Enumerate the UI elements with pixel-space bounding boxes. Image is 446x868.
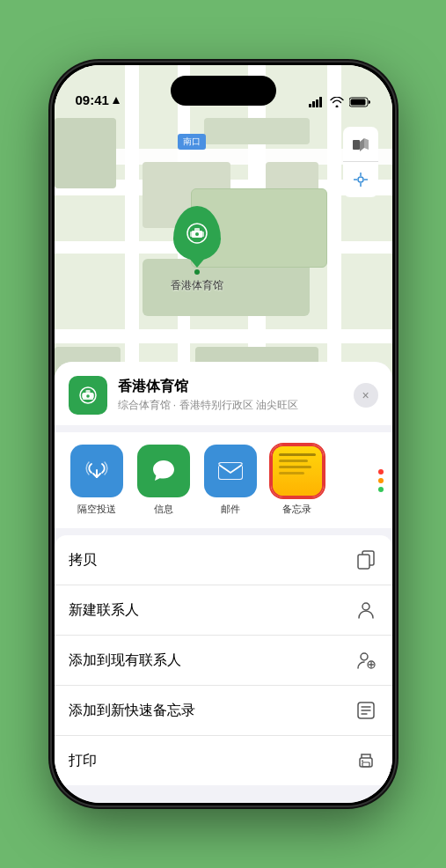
- svg-rect-26: [219, 463, 242, 479]
- share-row: 隔空投送 信息: [55, 432, 392, 528]
- svg-marker-11: [113, 97, 120, 104]
- venue-name: 香港体育馆: [118, 378, 354, 396]
- close-button[interactable]: ×: [354, 383, 378, 408]
- messages-label: 信息: [154, 503, 173, 516]
- print-icon: [354, 748, 378, 773]
- bottom-sheet: 香港体育馆 综合体育馆 · 香港特别行政区 油尖旺区 ×: [55, 362, 392, 803]
- share-more-indicator: [357, 432, 392, 528]
- share-item-mail[interactable]: 邮件: [202, 445, 259, 516]
- location-button[interactable]: [343, 162, 378, 197]
- svg-rect-14: [316, 99, 318, 107]
- venue-marker[interactable]: 香港体育馆: [171, 206, 223, 293]
- status-time: 09:41: [76, 92, 121, 107]
- svg-point-1: [358, 177, 363, 182]
- svg-rect-28: [358, 555, 369, 569]
- venue-icon: [69, 376, 107, 415]
- battery-icon: [349, 97, 371, 107]
- svg-point-37: [362, 761, 363, 762]
- action-copy[interactable]: 拷贝: [55, 535, 392, 585]
- action-print[interactable]: 打印: [55, 736, 392, 785]
- sheet-header: 香港体育馆 综合体育馆 · 香港特别行政区 油尖旺区 ×: [55, 362, 392, 425]
- svg-rect-0: [353, 140, 360, 150]
- signal-icon: [309, 97, 325, 107]
- map-type-button[interactable]: [343, 127, 378, 162]
- share-item-messages[interactable]: 信息: [135, 445, 192, 516]
- action-list: 拷贝 新建联系人: [55, 535, 392, 785]
- marker-label: 香港体育馆: [171, 278, 223, 293]
- wifi-icon: [330, 97, 344, 107]
- svg-point-29: [362, 603, 369, 610]
- svg-rect-17: [350, 99, 365, 106]
- marker-pin: [173, 206, 221, 261]
- venue-subtitle: 综合体育馆 · 香港特别行政区 油尖旺区: [118, 398, 354, 413]
- map-label: 南口: [178, 134, 206, 150]
- note-icon: [354, 698, 378, 723]
- copy-icon: [354, 548, 378, 572]
- notes-label: 备忘录: [282, 503, 311, 516]
- mail-label: 邮件: [221, 503, 240, 516]
- status-icons: [309, 97, 371, 107]
- svg-rect-13: [312, 101, 315, 107]
- venue-info: 香港体育馆 综合体育馆 · 香港特别行政区 油尖旺区: [118, 378, 354, 413]
- airdrop-label: 隔空投送: [77, 503, 116, 516]
- svg-rect-12: [309, 104, 311, 107]
- svg-point-21: [86, 394, 90, 398]
- marker-dot: [194, 269, 200, 275]
- share-item-notes[interactable]: 备忘录: [269, 445, 325, 516]
- svg-rect-10: [194, 228, 200, 232]
- action-add-existing[interactable]: 添加到现有联系人: [55, 636, 392, 686]
- share-item-airdrop[interactable]: 隔空投送: [69, 445, 125, 516]
- person-icon: [354, 598, 378, 622]
- svg-point-30: [361, 653, 368, 660]
- dynamic-island: [171, 76, 276, 106]
- map-controls: [343, 127, 378, 197]
- notes-icon: [271, 445, 324, 497]
- svg-rect-15: [319, 97, 322, 107]
- action-new-contact[interactable]: 新建联系人: [55, 585, 392, 636]
- svg-rect-22: [85, 390, 90, 394]
- action-quick-note[interactable]: 添加到新快速备忘录: [55, 686, 392, 736]
- svg-point-9: [195, 232, 199, 236]
- mail-icon: [204, 445, 257, 497]
- person-add-icon: [354, 648, 378, 673]
- messages-icon: [137, 445, 190, 497]
- airdrop-icon: [70, 445, 123, 497]
